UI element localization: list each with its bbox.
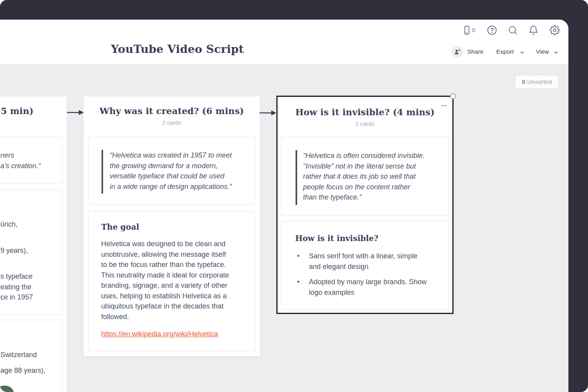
board-canvas[interactable]: 0 Unsorted 5 min) ners a's creation.” ür… [0,64,568,392]
column-left[interactable]: 5 min) ners a's creation.” ürich, 9 year… [0,96,67,392]
bell-icon[interactable] [528,25,539,35]
wikipedia-link[interactable]: https://en.wikipedia.org/wiki/Helvetica [101,330,218,338]
unsorted-label: Unsorted [527,78,552,85]
quote-text: “Helvetica is often considered invisible… [303,151,425,203]
card-text: ürich, [0,219,18,230]
notes-card[interactable]: How is it invisible? • Sans serif font w… [281,221,449,310]
search-icon[interactable] [508,25,518,35]
collapse-button[interactable] [441,105,447,106]
goal-card[interactable]: The goal Helvetica was designed to be cl… [88,211,255,351]
quote-card[interactable]: “Helvetica was created in 1957 to meet t… [88,137,255,205]
bullet-text: Adopted by many large brands. Show logo … [309,277,426,298]
bullet-marker: • [297,251,309,272]
share-button-icon-wrap[interactable] [452,46,463,58]
card-text: 9 years), [0,245,28,256]
card-heading: The goal [101,222,139,232]
smartphone-icon[interactable] [462,25,472,35]
document-title[interactable]: YouTube Video Script [111,42,244,56]
card-heading: How is it invisible? [295,234,378,243]
bullet-item: • Sans serif font with a linear, simple … [297,251,426,272]
user-plus-icon [454,49,461,55]
card[interactable]: Switzerland age 88 years), [0,320,62,392]
card-text: age 88 years), [0,365,45,376]
card-quote-text: ners a's creation.” [0,150,40,171]
share-button[interactable]: Share [467,48,483,55]
column-card-count: 2 cards [278,120,452,127]
bullet-text: Sans serif font with a linear, simple an… [309,251,417,272]
card-image-fragment [0,383,16,392]
column-how-invisible-selected[interactable]: How is it invisible? (4 mins) 2 cards “H… [276,96,454,314]
quote-bar [102,150,103,194]
unsorted-button[interactable]: 0 Unsorted [515,75,559,89]
help-icon[interactable] [487,25,497,35]
gear-icon[interactable] [550,25,560,35]
flow-arrow [67,109,84,116]
chrome-top-bar [0,0,588,20]
app-window: YouTube Video Script 0 [0,20,568,392]
column-title[interactable]: Why was it created? (6 mins) [83,106,260,116]
unsorted-count: 0 [522,78,525,85]
chevron-down-icon[interactable] [519,50,525,55]
bullet-list: • Sans serif font with a linear, simple … [297,251,426,298]
card-text: s typeface eating the ce in 1957 [0,271,33,303]
flow-arrow [260,110,276,116]
bullet-item: • Adopted by many large brands. Show log… [297,277,426,298]
column-card-count: 2 cards [83,119,260,126]
card-body-text: Helvetica was designed to be clean and u… [101,239,229,322]
export-button[interactable]: Export [496,48,514,55]
card[interactable]: ürich, 9 years), s typeface eating the c… [0,190,62,314]
column-why-created[interactable]: Why was it created? (6 mins) 2 cards “He… [83,96,260,356]
column-left-title[interactable]: 5 min) [1,106,33,116]
quote-text: “Helvetica was created in 1957 to meet t… [110,150,232,192]
chevron-down-icon[interactable] [553,50,559,55]
device-count-badge: 0 [472,27,475,33]
app-header: YouTube Video Script 0 [0,20,568,64]
view-button[interactable]: View [536,48,549,55]
screenshot-frame: YouTube Video Script 0 [0,0,588,392]
card[interactable]: ners a's creation.” [0,137,62,184]
card-text: Switzerland [0,350,37,360]
quote-bar [296,150,297,205]
quote-card[interactable]: “Helvetica is often considered invisible… [281,137,449,216]
column-title[interactable]: How is it invisible? (4 mins) [278,107,452,117]
bullet-marker: • [297,277,309,298]
resize-handle[interactable] [450,93,456,99]
